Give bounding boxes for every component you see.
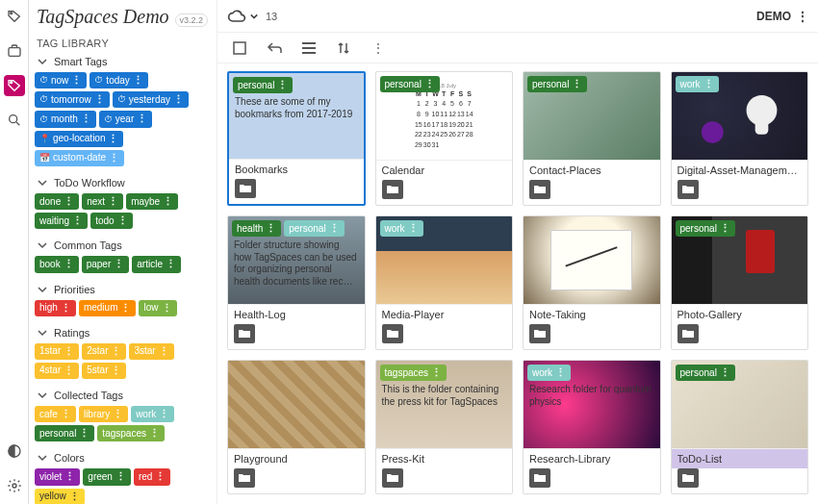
tag-chip[interactable]: work⋮ <box>380 220 423 237</box>
svg-rect-1 <box>9 48 20 57</box>
tag-chip[interactable]: tagspaces⋮ <box>380 365 447 381</box>
folder-card[interactable]: 2018 JulyMTWTFSS123456789101112131415161… <box>375 71 514 206</box>
folder-icon[interactable] <box>677 468 699 488</box>
tag-group-header[interactable]: Colors <box>35 449 211 466</box>
tag-chip[interactable]: personal⋮ <box>233 77 293 93</box>
tag-chip[interactable]: 3star⋮ <box>129 343 173 360</box>
folder-icon[interactable] <box>235 179 256 198</box>
folder-icon[interactable] <box>234 324 255 343</box>
tag-group-header[interactable]: Smart Tags <box>35 53 211 70</box>
tag-chip[interactable]: personal⋮ <box>35 425 94 441</box>
folder-card[interactable]: tagspaces⋮This is the folder containing … <box>375 360 514 494</box>
tag-chip[interactable]: maybe⋮ <box>126 193 178 210</box>
tag-group-header[interactable]: Collected Tags <box>35 387 211 404</box>
tag-chip[interactable]: done⋮ <box>35 193 79 210</box>
tag-chip[interactable]: green⋮ <box>83 468 131 485</box>
card-thumbnail <box>524 216 660 304</box>
tag-chip[interactable]: medium⋮ <box>79 300 137 316</box>
card-thumbnail: work⋮ <box>672 72 808 160</box>
tag-chip[interactable]: 1star⋮ <box>35 343 79 360</box>
tag-chip[interactable]: personal⋮ <box>380 76 440 92</box>
tag-group: ToDo Workflowdone⋮next⋮maybe⋮waiting⋮tod… <box>29 174 217 237</box>
tag-chip[interactable]: waiting⋮ <box>35 213 88 229</box>
tag-chip[interactable]: ⏱month⋮ <box>35 111 96 127</box>
tag-chip[interactable]: todo⋮ <box>90 213 132 229</box>
tag-chip[interactable]: work⋮ <box>527 365 571 381</box>
tag-chip[interactable]: health⋮ <box>232 220 281 237</box>
back-icon[interactable] <box>266 39 283 57</box>
chevron-down-icon <box>37 56 48 67</box>
tag-chip[interactable]: red⋮ <box>134 468 170 485</box>
tag-icon[interactable] <box>4 6 25 27</box>
user-menu-icon[interactable]: ⋮ <box>797 10 808 23</box>
tag-chip[interactable]: personal⋮ <box>527 76 587 92</box>
select-all-checkbox[interactable] <box>231 39 248 57</box>
folder-icon[interactable] <box>529 324 550 343</box>
folder-card[interactable]: health⋮personal⋮Folder structure showing… <box>227 215 366 350</box>
folder-card[interactable]: Note-Taking <box>523 215 661 350</box>
settings-icon[interactable] <box>4 475 25 496</box>
folder-icon[interactable] <box>677 324 699 343</box>
tag-chip[interactable]: ⏱yesterday⋮ <box>113 91 189 108</box>
folder-icon[interactable] <box>382 468 403 488</box>
sort-icon[interactable] <box>335 39 352 57</box>
tag-chip[interactable]: personal⋮ <box>676 365 735 381</box>
tag-chip[interactable]: low⋮ <box>139 300 176 316</box>
contrast-icon[interactable] <box>4 441 25 462</box>
card-tags: personal⋮ <box>380 76 440 92</box>
search-icon[interactable] <box>4 110 25 131</box>
folder-icon[interactable] <box>529 468 550 488</box>
cloud-icon[interactable] <box>227 10 258 23</box>
folder-card[interactable]: personal⋮ToDo-List <box>671 360 809 494</box>
tag-chip[interactable]: ⏱year⋮ <box>99 111 152 127</box>
tag-group-header[interactable]: Common Tags <box>35 237 211 254</box>
folder-icon[interactable] <box>677 180 699 199</box>
folder-card[interactable]: work⋮Media-Player <box>375 215 514 350</box>
tag-chip[interactable]: book⋮ <box>35 256 79 272</box>
tag-chip[interactable]: personal⋮ <box>284 220 344 237</box>
tag-chip[interactable]: 4star⋮ <box>35 363 79 379</box>
card-name: Bookmarks <box>235 164 358 175</box>
tag-chip[interactable]: next⋮ <box>82 193 123 210</box>
folder-card[interactable]: work⋮Digital-Asset-Management <box>671 71 809 206</box>
price-tag-icon[interactable] <box>4 75 25 96</box>
tag-chip[interactable]: ⏱today⋮ <box>89 72 147 88</box>
tag-chip[interactable]: 5star⋮ <box>82 363 126 379</box>
card-footer: Press-Kit <box>376 448 513 468</box>
folder-card[interactable]: personal⋮Photo-Gallery <box>671 215 809 350</box>
list-view-icon[interactable] <box>300 39 318 57</box>
tag-group: Colorsviolet⋮green⋮red⋮yellow⋮ <box>29 449 217 504</box>
more-icon[interactable]: ⋮ <box>370 39 387 57</box>
tag-chip[interactable]: 2star⋮ <box>82 343 126 360</box>
tag-chip[interactable]: violet⋮ <box>35 468 80 485</box>
folder-card[interactable]: personal⋮These are some of my bookmarks … <box>227 71 366 206</box>
tag-chip[interactable]: paper⋮ <box>82 256 130 272</box>
tag-chip[interactable]: work⋮ <box>131 406 174 422</box>
tag-chip[interactable]: 📅custom-date⋮ <box>35 150 124 166</box>
tag-chip[interactable]: work⋮ <box>676 76 719 92</box>
tag-chip[interactable]: yellow⋮ <box>35 489 85 504</box>
folder-card[interactable]: personal⋮Contact-Places <box>523 71 661 206</box>
tag-chip[interactable]: personal⋮ <box>676 220 735 237</box>
tag-chip[interactable]: ⏱now⋮ <box>35 72 87 88</box>
user-label[interactable]: DEMO <box>756 10 791 23</box>
tag-group-header[interactable]: Priorities <box>35 281 211 298</box>
app-title: TagSpaces Demo <box>37 6 169 28</box>
tag-group-header[interactable]: ToDo Workflow <box>35 174 211 191</box>
tag-chip[interactable]: cafe⋮ <box>35 406 76 422</box>
tag-chip[interactable]: tagspaces⋮ <box>97 425 165 441</box>
folder-icon[interactable] <box>382 324 403 343</box>
tag-chip[interactable]: 📍geo-location⋮ <box>35 131 123 147</box>
folder-card[interactable]: work⋮Research folder for quantum physics… <box>523 360 661 494</box>
tag-group: Prioritieshigh⋮medium⋮low⋮ <box>29 281 217 324</box>
tag-chip[interactable]: ⏱tomorrow⋮ <box>35 91 110 108</box>
tag-chip[interactable]: high⋮ <box>35 300 76 316</box>
folder-icon[interactable] <box>382 180 403 199</box>
tag-chip[interactable]: article⋮ <box>132 256 181 272</box>
folder-icon[interactable] <box>234 468 255 488</box>
folder-icon[interactable] <box>529 180 550 199</box>
folder-card[interactable]: Playground <box>227 360 366 494</box>
tag-group-header[interactable]: Ratings <box>35 324 211 341</box>
briefcase-icon[interactable] <box>4 40 25 62</box>
tag-chip[interactable]: library⋮ <box>79 406 128 422</box>
